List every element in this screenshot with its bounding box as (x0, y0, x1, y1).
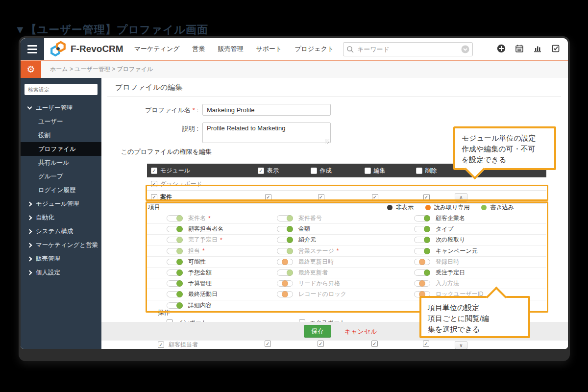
toggle-レコードのロック[interactable] (277, 291, 293, 297)
menu-item-0[interactable]: マーケティング (134, 45, 180, 53)
tasks-icon[interactable] (551, 44, 560, 53)
collapse-button[interactable]: ∧ (455, 193, 467, 201)
settings-gear-icon[interactable]: ⚙ (21, 61, 41, 78)
module-cell: ダッシュボード (147, 180, 243, 188)
global-search[interactable] (343, 42, 473, 56)
sidebar-item-役割[interactable]: 役割 (21, 128, 101, 142)
perm-checkbox[interactable] (423, 341, 429, 347)
toggle-完了予定日[interactable] (167, 237, 183, 243)
sidebar-item-label: ユーザー (38, 118, 63, 126)
toggle-担当[interactable] (167, 248, 183, 254)
column-checkbox-作成[interactable] (311, 168, 317, 174)
toggle-案件番号[interactable] (277, 215, 293, 221)
sidebar-item-ログイン履歴[interactable]: ログイン履歴 (21, 183, 101, 197)
cancel-button[interactable]: キャンセル (344, 327, 377, 336)
top-navbar: F-RevoCRM マーケティング営業販売管理サポートプロジェクトツール (21, 38, 568, 60)
column-checkbox-編集[interactable] (365, 168, 371, 174)
sidebar-item-ユーザー[interactable]: ユーザー (21, 115, 101, 128)
add-icon[interactable] (497, 44, 506, 53)
sidebar-item-システム構成[interactable]: システム構成 (21, 224, 101, 238)
toggle-顧客担当者名[interactable] (167, 226, 183, 232)
perm-checkbox[interactable] (371, 341, 378, 347)
chevron-down-icon[interactable] (461, 45, 469, 53)
module-callout-text: モジュール単位の設定 (462, 133, 548, 144)
toggle-紹介元[interactable] (277, 237, 293, 243)
module-checkbox[interactable] (158, 342, 164, 348)
perm-checkbox[interactable] (265, 341, 271, 347)
save-button[interactable]: 保存 (304, 325, 331, 338)
chart-icon[interactable] (533, 44, 542, 53)
field-label: 完了予定日 (188, 236, 218, 244)
menu-item-4[interactable]: プロジェクト (294, 45, 334, 53)
toggle-knob (176, 259, 183, 265)
toggle-最終活動日[interactable] (167, 291, 183, 297)
profile-name-input[interactable] (202, 104, 331, 116)
sidebar-item-自動化[interactable]: 自動化 (21, 211, 101, 224)
toggle-金額[interactable] (277, 226, 293, 232)
description-label: 説明 : (101, 124, 198, 133)
sidebar-item-個人設定[interactable]: 個人設定 (21, 266, 101, 279)
field-受注予定日: 受注予定日 (414, 268, 465, 278)
perm-checkbox[interactable] (265, 194, 271, 200)
module-checkbox[interactable] (151, 194, 157, 200)
toggle-登録日時[interactable] (414, 259, 430, 265)
sidebar-item-共有ルール[interactable]: 共有ルール (21, 156, 101, 170)
field-row-0: 案件名*案件番号顧客企業名 (147, 213, 546, 224)
toggle-次の段取り[interactable] (414, 237, 430, 243)
perm-checkbox[interactable] (318, 194, 324, 200)
field-label: 最終更新日時 (298, 258, 334, 266)
perm-cell (402, 194, 451, 200)
breadcrumb[interactable]: ホーム > ユーザー管理 > プロファイル (50, 65, 153, 74)
toggle-顧客企業名[interactable] (414, 215, 430, 221)
toggle-予想金額[interactable] (167, 270, 183, 276)
calendar-icon[interactable] (515, 44, 524, 53)
toggle-リードから昇格[interactable] (277, 280, 293, 287)
toggle-キャンペーン元[interactable] (414, 248, 430, 254)
toggle-営業ステージ[interactable] (277, 248, 293, 254)
sidebar-item-マーケティングと営業[interactable]: マーケティングと営業 (21, 238, 101, 252)
field-label: 予想金額 (188, 269, 212, 277)
sidebar-item-プロファイル[interactable]: プロファイル (21, 142, 101, 156)
hamburger-menu-icon[interactable] (21, 38, 44, 60)
search-input[interactable] (357, 46, 461, 53)
toggle-最終更新日時[interactable] (277, 259, 293, 265)
toggle-詳細内容[interactable] (167, 302, 183, 309)
field-callout-text: 項目単位の設定 (428, 302, 522, 313)
field-label: リードから昇格 (298, 279, 340, 288)
frevo-logo-icon[interactable] (49, 41, 68, 57)
column-checkbox-削除[interactable] (416, 168, 422, 174)
toggle-受注予定日[interactable] (414, 270, 430, 276)
textarea-resize-grip[interactable] (325, 139, 329, 144)
toggle-可能性[interactable] (167, 259, 183, 265)
column-label: 作成 (320, 167, 332, 175)
module-checkbox[interactable] (151, 181, 157, 187)
sidebar-item-モジュール管理[interactable]: モジュール管理 (21, 197, 101, 211)
toggle-予算管理[interactable] (167, 280, 183, 287)
column-checkbox-モジュール[interactable] (151, 168, 157, 174)
field-label: 最終活動日 (188, 290, 218, 298)
toggle-タイプ[interactable] (414, 226, 430, 232)
sidebar-search-input[interactable] (24, 84, 98, 95)
perm-checkbox[interactable] (318, 341, 324, 347)
menu-item-3[interactable]: サポート (256, 45, 282, 53)
perm-checkbox[interactable] (372, 194, 378, 200)
column-checkbox-表示[interactable] (258, 168, 264, 174)
menu-item-2[interactable]: 販売管理 (218, 45, 244, 53)
field-label: 受注予定日 (436, 269, 465, 277)
menu-item-1[interactable]: 営業 (193, 45, 205, 53)
perm-checkbox[interactable] (423, 194, 430, 200)
sidebar-item-グループ[interactable]: グループ (21, 170, 101, 183)
column-label: 表示 (267, 167, 279, 175)
column-header-編集: 編集 (348, 164, 402, 177)
field-予算管理: 予算管理 (167, 278, 212, 289)
toggle-案件名[interactable] (167, 215, 183, 221)
sidebar-item-ユーザー管理[interactable]: ユーザー管理 (21, 101, 101, 115)
description-textarea[interactable]: Profile Related to Marketing (202, 122, 331, 143)
column-label: モジュール (160, 167, 190, 175)
module-callout-text: 作成や編集の可・不可 (462, 144, 548, 154)
toggle-入力方法[interactable] (414, 280, 430, 287)
collapse-button[interactable]: ∨ (455, 341, 467, 349)
toggle-knob (176, 215, 183, 221)
toggle-最終更新者[interactable] (277, 270, 293, 276)
sidebar-item-販売管理[interactable]: 販売管理 (21, 252, 101, 266)
